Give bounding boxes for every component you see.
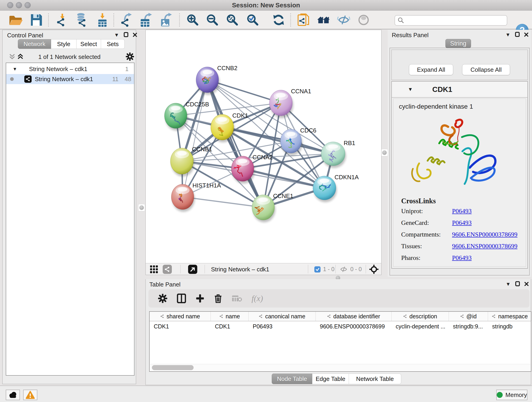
control-panel-tabs: Network Style Select Sets	[18, 39, 125, 49]
table-cell[interactable]: stringdb:9...	[449, 321, 488, 332]
show-columns-icon[interactable]	[177, 294, 186, 303]
panel-close-icon[interactable]	[524, 32, 529, 37]
detach-view-icon[interactable]	[188, 265, 197, 274]
network-collection-row[interactable]: ▼ String Network – cdk1 1	[6, 64, 134, 74]
create-column-icon[interactable]	[196, 294, 204, 303]
node-label-CCNA1: CCNA1	[291, 88, 311, 95]
network-share-icon[interactable]	[163, 265, 172, 274]
save-session-button[interactable]	[28, 12, 44, 27]
show-all-button[interactable]	[355, 12, 372, 27]
gene-collapse-caret-icon[interactable]: ▼	[408, 86, 413, 92]
network-node-CDK1[interactable]	[211, 114, 234, 142]
table-cell[interactable]: 9606.ENSP00000378699	[316, 321, 392, 332]
export-image-button[interactable]	[158, 12, 174, 27]
table-cell[interactable]: CDK1	[150, 321, 211, 332]
apply-layout-button[interactable]	[271, 12, 287, 27]
network-node-CCNB2[interactable]	[196, 67, 220, 95]
tab-sets[interactable]: Sets	[101, 39, 125, 49]
network-node-CCNE1[interactable]	[252, 195, 275, 222]
memory-button[interactable]: Memory	[496, 390, 527, 400]
search-input[interactable]	[406, 17, 507, 24]
column-header-database-identifier[interactable]: database identifier	[316, 312, 392, 321]
network-label: String Network – cdk1	[35, 76, 93, 83]
network-node-HIST1H1A[interactable]	[171, 184, 195, 212]
zoom-out-button[interactable]	[204, 12, 220, 27]
tree-expand-caret-icon[interactable]: ▼	[13, 66, 17, 72]
column-header-namespace[interactable]: namespace	[488, 312, 532, 321]
network-node-CDKN1A[interactable]	[313, 176, 337, 202]
export-table-button[interactable]	[138, 12, 154, 27]
crosslink-link[interactable]: 9606.ENSP00000378699	[452, 242, 517, 250]
zoom-in-button[interactable]	[185, 12, 201, 27]
network-icon	[120, 18, 130, 27]
tab-string[interactable]: String	[445, 39, 471, 48]
crosslink-link[interactable]: P06493	[452, 219, 472, 226]
export-network-button[interactable]	[119, 12, 134, 27]
network-node-CDC6[interactable]	[280, 129, 302, 155]
expand-all-button[interactable]: Expand All	[409, 64, 453, 75]
table-horizontal-scrollbar[interactable]	[150, 364, 530, 371]
gene-card-header[interactable]: ▼ CDK1	[392, 82, 527, 98]
left-splitter-handle[interactable]	[138, 204, 145, 211]
panel-menu-caret-icon[interactable]: ▼	[114, 32, 119, 38]
zoom-fit-button[interactable]	[224, 12, 240, 27]
legend-creator-button[interactable]	[316, 12, 331, 27]
table-cell[interactable]: cyclin-dependent ...	[392, 321, 449, 332]
open-file-button[interactable]	[7, 12, 24, 27]
table-cell[interactable]: stringdb	[488, 321, 532, 332]
node-label-CDKN1A: CDKN1A	[335, 174, 359, 181]
column-header--id[interactable]: @id	[449, 312, 488, 321]
crosslink-link[interactable]: P06493	[452, 254, 472, 262]
panel-float-icon[interactable]	[124, 32, 128, 37]
grid-view-icon[interactable]	[150, 265, 158, 274]
tab-select[interactable]: Select	[76, 39, 101, 49]
tab-node-table[interactable]: Node Table	[272, 374, 312, 384]
crosslink-label: GeneCard:	[401, 219, 452, 226]
network-view-panel: CCNB2CCNA1CDC25BCDK1CDC6RB1CCNB1CCNA2CDK…	[146, 30, 381, 275]
node-label-RB1: RB1	[344, 140, 355, 147]
column-header-shared-name[interactable]: shared name	[150, 312, 211, 321]
table-row[interactable]: CDK1CDK1P064939606.ENSP00000378699cyclin…	[150, 321, 531, 332]
scrollbar-thumb[interactable]	[152, 365, 194, 370]
import-table-button[interactable]	[94, 12, 110, 27]
warnings-button[interactable]	[23, 390, 37, 400]
table-cell[interactable]: P06493	[249, 321, 316, 332]
delete-column-icon[interactable]	[214, 294, 222, 303]
network-options-gear-icon[interactable]	[126, 52, 134, 61]
panel-close-icon[interactable]	[133, 32, 138, 37]
column-header-name[interactable]: name	[211, 312, 249, 321]
crosslink-link[interactable]: P06493	[452, 207, 472, 215]
collapse-all-button[interactable]: Collapse All	[462, 64, 510, 75]
network-node-RB1[interactable]	[321, 142, 346, 168]
network-selected-status: 1 of 1 Network selected	[2, 53, 136, 61]
tab-network-table[interactable]: Network Table	[349, 374, 401, 384]
table-options-gear-icon[interactable]	[158, 294, 167, 303]
panel-float-icon[interactable]	[515, 281, 520, 286]
network-row-selected[interactable]: String Network – cdk1 11 48	[6, 74, 134, 84]
panel-float-icon[interactable]	[515, 32, 520, 37]
tab-edge-table[interactable]: Edge Table	[312, 374, 349, 384]
selected-checkbox-icon[interactable]	[314, 266, 321, 273]
cloud-status-button[interactable]	[6, 390, 20, 400]
panel-menu-caret-icon[interactable]: ▼	[506, 281, 511, 287]
column-header-canonical-name[interactable]: canonical name	[249, 312, 316, 321]
clone-network-button[interactable]	[295, 12, 311, 27]
tab-style[interactable]: Style	[51, 39, 76, 49]
panel-close-icon[interactable]	[524, 281, 529, 287]
network-canvas[interactable]: CCNB2CCNA1CDC25BCDK1CDC6RB1CCNB1CCNA2CDK…	[146, 30, 381, 263]
right-splitter-handle[interactable]	[381, 149, 388, 156]
zoom-selected-button[interactable]	[245, 12, 261, 27]
network-node-CCNA1[interactable]	[269, 90, 293, 118]
table-icon	[140, 19, 150, 27]
hide-selected-button[interactable]	[336, 12, 352, 27]
import-network-from-database-button[interactable]	[74, 12, 89, 27]
network-node-CCNA2[interactable]	[231, 156, 255, 184]
table-cell[interactable]: CDK1	[211, 321, 249, 332]
column-header-description[interactable]: description	[392, 312, 449, 321]
fit-selected-crosshair-icon[interactable]	[369, 265, 379, 274]
panel-menu-caret-icon[interactable]: ▼	[505, 32, 510, 38]
network-node-CDC25B[interactable]	[165, 103, 188, 131]
import-network-button[interactable]	[54, 12, 70, 27]
tab-network[interactable]: Network	[18, 39, 51, 49]
crosslink-link[interactable]: 9606.ENSP00000378699	[452, 231, 517, 238]
